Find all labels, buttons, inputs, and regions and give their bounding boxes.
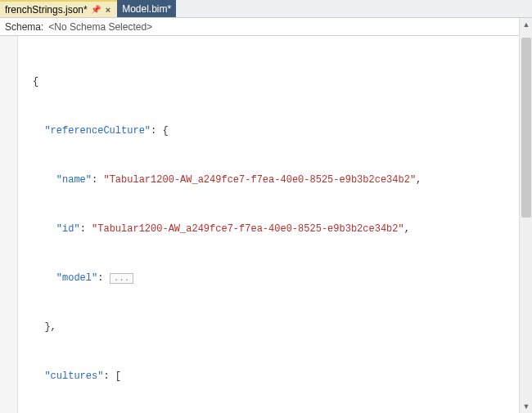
key-referenceCulture: "referenceCulture" xyxy=(44,125,151,137)
margin-gutter xyxy=(0,36,18,413)
editor-area: −{ − "referenceCulture": { "name": "Tabu… xyxy=(0,36,532,413)
tab-bar: frenchStrings.json* 📌 × Model.bim* xyxy=(0,0,532,18)
fold-gutter xyxy=(18,36,33,413)
schema-value[interactable]: <No Schema Selected> xyxy=(48,21,152,33)
schema-bar: Schema: <No Schema Selected> xyxy=(0,18,532,36)
key-model: "model" xyxy=(56,272,97,284)
tab-modelbim[interactable]: Model.bim* xyxy=(117,0,176,17)
scroll-down-icon[interactable]: ▼ xyxy=(520,400,532,413)
collapsed-region[interactable]: ... xyxy=(110,273,134,284)
val-refid: "Tabular1200-AW_a249fce7-f7ea-40e0-8525-… xyxy=(92,223,404,235)
key-cultures: "cultures" xyxy=(44,370,103,382)
close-icon[interactable]: × xyxy=(104,5,112,15)
scrollbar-thumb[interactable] xyxy=(521,38,531,218)
key-name: "name" xyxy=(56,174,92,186)
key-id: "id" xyxy=(56,223,80,235)
vertical-scrollbar[interactable]: ▲ ▼ xyxy=(519,18,532,413)
tab-frenchstrings[interactable]: frenchStrings.json* 📌 × xyxy=(0,0,117,17)
json-editor[interactable]: −{ − "referenceCulture": { "name": "Tabu… xyxy=(33,36,532,413)
tab-label: frenchStrings.json* xyxy=(5,4,88,16)
schema-label: Schema: xyxy=(5,21,43,33)
pin-icon[interactable]: 📌 xyxy=(91,5,101,14)
val-refname: "Tabular1200-AW_a249fce7-f7ea-40e0-8525-… xyxy=(103,174,416,186)
tab-label: Model.bim* xyxy=(122,3,171,15)
scroll-up-icon[interactable]: ▲ xyxy=(520,18,532,31)
